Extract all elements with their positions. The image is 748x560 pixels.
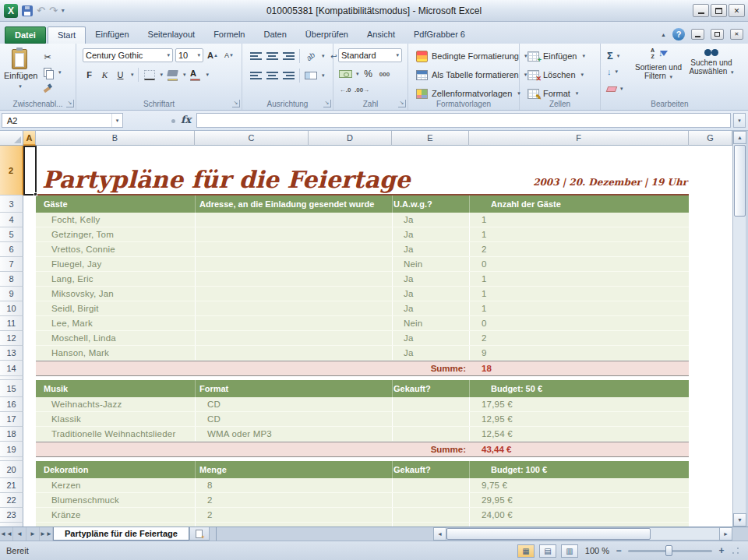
- cell[interactable]: 29,95 €: [482, 493, 513, 507]
- align-center-icon[interactable]: [265, 69, 279, 83]
- workbook-minimize-button[interactable]: [691, 29, 704, 40]
- shrink-font-button[interactable]: A▼: [222, 48, 236, 62]
- align-top-icon[interactable]: [249, 49, 263, 63]
- workbook-close-button[interactable]: ✕: [730, 29, 743, 40]
- row-header[interactable]: 20: [0, 461, 23, 478]
- vertical-scroll-thumb[interactable]: [734, 145, 746, 217]
- title-bar[interactable]: X ↶ ↷ ▾ 010005381 [Kompatibilitätsmodus]…: [0, 0, 748, 22]
- dialog-launcher-icon[interactable]: ↘: [398, 100, 406, 107]
- row-header[interactable]: 14: [0, 361, 23, 376]
- row-header[interactable]: 4: [0, 213, 23, 227]
- cell[interactable]: 8: [207, 478, 213, 492]
- copy-icon[interactable]: [41, 65, 55, 79]
- cell[interactable]: Seidl, Birgit: [51, 301, 99, 315]
- cell[interactable]: Ja: [404, 227, 414, 241]
- collapse-ribbon-icon[interactable]: ▲: [661, 32, 666, 37]
- row-header[interactable]: 17: [0, 412, 23, 427]
- comma-style-button[interactable]: 000: [378, 67, 392, 81]
- delete-cells-button[interactable]: ✕ Löschen▾: [524, 67, 587, 83]
- cell[interactable]: 1: [482, 301, 487, 315]
- row-header[interactable]: 15: [0, 380, 23, 397]
- cell[interactable]: Menge: [199, 461, 227, 478]
- cell[interactable]: Anzahl der Gäste: [491, 195, 561, 213]
- cell[interactable]: 12,95 €: [482, 412, 513, 426]
- cell[interactable]: WMA oder MP3: [207, 427, 272, 441]
- row-header[interactable]: 16: [0, 397, 23, 412]
- cell[interactable]: CD: [207, 412, 221, 426]
- cell[interactable]: Budget: 100 €: [491, 461, 547, 478]
- cell[interactable]: Ja: [404, 301, 414, 315]
- zoom-in-button[interactable]: +: [717, 545, 726, 556]
- insert-worksheet-button[interactable]: [189, 527, 210, 541]
- sheet-tab-active[interactable]: Partypläne für die Feiertage: [53, 527, 189, 541]
- resize-grip[interactable]: [731, 546, 740, 555]
- align-middle-icon[interactable]: [265, 49, 279, 63]
- cell[interactable]: Gäste: [44, 195, 68, 213]
- row-header[interactable]: 23: [0, 508, 23, 523]
- dialog-launcher-icon[interactable]: ↘: [323, 100, 331, 107]
- cell[interactable]: CD: [207, 397, 221, 411]
- cell[interactable]: Traditionelle Weihnachtslieder: [51, 427, 175, 441]
- scroll-right-icon[interactable]: ►: [719, 527, 732, 541]
- cell[interactable]: Budget: 50 €: [491, 380, 542, 397]
- cell-styles-button[interactable]: Zellenformatvorlagen▾: [413, 86, 524, 101]
- percent-style-button[interactable]: %: [362, 67, 376, 81]
- sheet-grid[interactable]: ABCDEFG 2Partypläne für die Feiertage200…: [0, 131, 732, 527]
- row-header[interactable]: 3: [0, 195, 23, 213]
- cell[interactable]: Weihnachts-Jazz: [51, 397, 122, 411]
- cell[interactable]: Vrettos, Connie: [51, 242, 115, 256]
- row-header[interactable]: 9: [0, 287, 23, 301]
- row-header[interactable]: 21: [0, 478, 23, 493]
- expand-formula-bar-icon[interactable]: ▾: [733, 113, 746, 128]
- row-header[interactable]: 12: [0, 331, 23, 346]
- cell[interactable]: Getzinger, Tom: [51, 227, 114, 241]
- row-header[interactable]: 13: [0, 346, 23, 361]
- align-right-icon[interactable]: [281, 69, 295, 83]
- tab-ansicht[interactable]: Ansicht: [358, 26, 404, 44]
- tab-datei[interactable]: Datei: [5, 26, 46, 44]
- cell[interactable]: 0: [482, 257, 487, 271]
- select-all-corner[interactable]: [0, 131, 23, 146]
- italic-button[interactable]: K: [98, 69, 111, 82]
- dialog-launcher-icon[interactable]: ↘: [66, 100, 74, 107]
- cell[interactable]: Kerzen: [51, 478, 81, 492]
- font-size-combo[interactable]: 10▾: [175, 48, 203, 62]
- row-header[interactable]: 11: [0, 316, 23, 331]
- cell[interactable]: Blumenschmuck: [51, 493, 119, 507]
- cell[interactable]: Ja: [404, 272, 414, 286]
- cell[interactable]: 1: [482, 227, 487, 241]
- fill-icon[interactable]: ↓: [607, 67, 612, 76]
- row-header[interactable]: 5: [0, 227, 23, 242]
- cell[interactable]: Ja: [404, 242, 414, 256]
- row-header[interactable]: 8: [0, 272, 23, 287]
- row-header[interactable]: 22: [0, 493, 23, 508]
- cell[interactable]: 0: [482, 316, 487, 330]
- number-format-combo[interactable]: Standard▾: [338, 48, 402, 62]
- cell[interactable]: 1: [482, 272, 487, 286]
- format-painter-icon[interactable]: [41, 81, 55, 95]
- grow-font-button[interactable]: A▲: [206, 48, 220, 62]
- sort-filter-button[interactable]: AZ↓ Sortieren und Filtern ▾: [630, 48, 686, 81]
- tab-seitenlayout[interactable]: Seitenlayout: [139, 26, 205, 44]
- find-select-button[interactable]: Suchen und Auswählen ▾: [683, 48, 739, 76]
- last-sheet-icon[interactable]: ►►: [40, 527, 53, 541]
- column-header-D[interactable]: D: [309, 131, 392, 146]
- page-layout-view-button[interactable]: ▤: [539, 544, 556, 558]
- first-sheet-icon[interactable]: ◄◄: [0, 527, 13, 541]
- increase-decimal-icon[interactable]: ←.0: [338, 83, 352, 97]
- tab-splitter[interactable]: [214, 527, 218, 541]
- column-header-A[interactable]: A: [23, 131, 36, 146]
- cell[interactable]: Hanson, Mark: [51, 346, 109, 360]
- cell[interactable]: 9,75 €: [482, 478, 507, 492]
- fill-handle[interactable]: [34, 192, 37, 196]
- cell[interactable]: 2: [207, 508, 213, 522]
- column-header-F[interactable]: F: [469, 131, 689, 146]
- cut-icon[interactable]: ✂: [41, 50, 55, 64]
- paste-button[interactable]: Einfügen ▾: [4, 47, 35, 104]
- prev-sheet-icon[interactable]: ◄: [13, 527, 26, 541]
- format-cells-button[interactable]: ✎ Format▾: [524, 86, 581, 101]
- next-sheet-icon[interactable]: ►: [26, 527, 40, 541]
- tab-daten[interactable]: Daten: [254, 26, 295, 44]
- borders-button[interactable]: [143, 68, 157, 82]
- zoom-level[interactable]: 100 %: [583, 546, 609, 555]
